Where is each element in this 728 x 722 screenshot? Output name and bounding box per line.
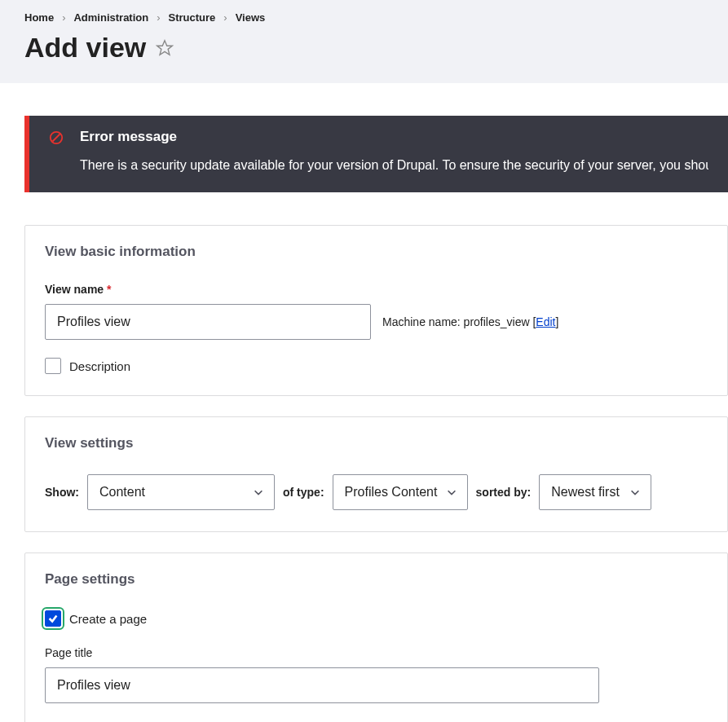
show-select[interactable]: Content xyxy=(87,474,275,510)
create-page-label: Create a page xyxy=(69,612,147,626)
sort-select[interactable]: Newest first xyxy=(539,474,651,510)
panel-legend: Page settings xyxy=(45,553,708,588)
page-title-label: Page title xyxy=(45,646,708,659)
create-page-checkbox[interactable] xyxy=(45,610,61,627)
page-title: Add view xyxy=(24,32,146,64)
machine-name-text: Machine name: profiles_view [Edit] xyxy=(382,315,558,328)
sort-label: sorted by: xyxy=(476,486,532,499)
chevron-down-icon xyxy=(629,486,641,498)
breadcrumb-link-views[interactable]: Views xyxy=(236,11,266,24)
description-checkbox[interactable] xyxy=(45,358,61,374)
header-region: Home › Administration › Structure › View… xyxy=(0,0,728,83)
error-message-box: Error message There is a security update… xyxy=(24,116,728,192)
chevron-right-icon: › xyxy=(223,11,227,24)
type-label: of type: xyxy=(283,486,324,499)
view-name-label: View name * xyxy=(45,283,708,296)
view-basic-info-panel: View basic information View name * Machi… xyxy=(24,225,728,396)
panel-legend: View settings xyxy=(45,417,708,451)
description-checkbox-label: Description xyxy=(69,359,130,373)
chevron-down-icon xyxy=(253,486,264,498)
svg-line-2 xyxy=(53,134,60,142)
breadcrumb-link-structure[interactable]: Structure xyxy=(169,11,216,24)
view-settings-panel: View settings Show: Content of type: Pro… xyxy=(24,416,728,532)
star-icon[interactable] xyxy=(156,39,174,57)
breadcrumb-link-home[interactable]: Home xyxy=(24,11,54,24)
chevron-right-icon: › xyxy=(157,11,160,24)
page-settings-panel: Page settings Create a page Page title xyxy=(24,553,728,722)
breadcrumb-link-administration[interactable]: Administration xyxy=(73,11,148,24)
error-title: Error message xyxy=(80,129,708,145)
svg-marker-0 xyxy=(157,40,172,54)
breadcrumb: Home › Administration › Structure › View… xyxy=(24,11,704,24)
chevron-right-icon: › xyxy=(62,11,65,24)
view-name-input[interactable] xyxy=(45,304,371,340)
error-icon xyxy=(49,130,64,145)
error-text: There is a security update available for… xyxy=(80,156,708,174)
machine-name-edit-link[interactable]: Edit xyxy=(536,315,555,328)
show-label: Show: xyxy=(45,486,79,499)
chevron-down-icon xyxy=(446,486,457,498)
type-select[interactable]: Profiles Content xyxy=(333,474,468,510)
panel-legend: View basic information xyxy=(45,226,708,260)
page-title-input[interactable] xyxy=(45,667,599,703)
